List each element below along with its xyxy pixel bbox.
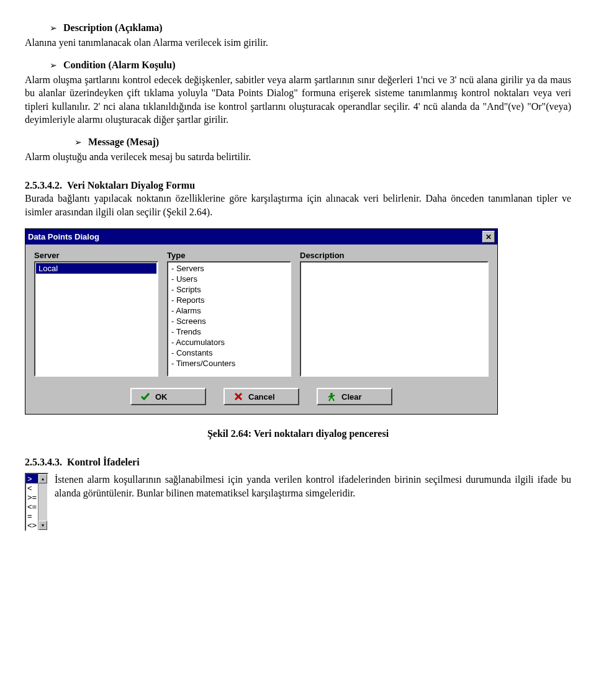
list-item[interactable]: - Users	[169, 274, 289, 284]
scrollbar[interactable]: ▴ ▾	[38, 474, 47, 530]
server-column: Server Local	[34, 251, 158, 377]
close-button[interactable]: ✕	[482, 231, 495, 243]
section-number: 2.5.3.4.2.	[25, 180, 62, 191]
condition-heading-row: ➢ Condition (Alarm Koşulu)	[50, 60, 571, 71]
description-listbox[interactable]	[300, 261, 489, 377]
list-item[interactable]: - Scripts	[169, 284, 289, 295]
list-item[interactable]: - Accumulators	[169, 337, 289, 348]
data-points-dialog: Data Points Dialog ✕ Server Local Type -…	[25, 228, 498, 415]
list-item[interactable]: - Trends	[169, 326, 289, 337]
message-heading-row: ➢ Message (Mesaj)	[74, 137, 571, 148]
svg-rect-3	[330, 395, 333, 398]
bullet-icon: ➢	[50, 23, 57, 34]
condition-title: Condition (Alarm Koşulu)	[63, 60, 175, 71]
ok-button[interactable]: OK	[130, 388, 206, 405]
section-2-5-3-4-3-heading: 2.5.3.4.3. Kontrol İfadeleri	[25, 455, 571, 469]
server-listbox[interactable]: Local	[34, 261, 158, 377]
operator-item[interactable]: =	[26, 511, 38, 521]
operator-item[interactable]: <>	[26, 521, 38, 530]
description-body: Alanına yeni tanımlanacak olan Alarma ve…	[25, 36, 571, 50]
list-item[interactable]: - Screens	[169, 316, 289, 326]
type-listbox[interactable]: - Servers- Users- Scripts- Reports- Alar…	[167, 261, 291, 377]
figure-caption: Şekil 2.64: Veri noktaları diyalog pence…	[25, 428, 571, 439]
message-body: Alarm oluştuğu anda verilecek mesaj bu s…	[25, 150, 571, 164]
dialog-title: Data Points Dialog	[28, 232, 99, 241]
clear-button[interactable]: Clear	[317, 388, 392, 405]
section-2-5-3-4-2: 2.5.3.4.2. Veri Noktaları Diyalog Formu …	[25, 179, 571, 219]
svg-line-6	[328, 396, 330, 397]
description-label: Description	[300, 251, 489, 260]
operator-item[interactable]: <=	[26, 502, 38, 511]
cancel-button[interactable]: Cancel	[224, 388, 299, 405]
scroll-up-icon[interactable]: ▴	[38, 474, 47, 483]
type-label: Type	[167, 251, 291, 260]
svg-point-2	[330, 393, 333, 395]
dialog-titlebar[interactable]: Data Points Dialog ✕	[25, 229, 497, 245]
server-label: Server	[34, 251, 158, 260]
section-title: Veri Noktaları Diyalog Formu	[67, 180, 195, 191]
operator-item[interactable]: >=	[26, 493, 38, 502]
description-title: Description (Açıklama)	[63, 22, 163, 34]
svg-line-5	[333, 398, 334, 401]
bullet-icon: ➢	[74, 137, 82, 148]
list-item[interactable]: Local	[36, 263, 156, 274]
operator-listbox[interactable]: ><>=<==<> ▴ ▾	[25, 473, 48, 531]
description-column: Description	[300, 251, 489, 377]
check-icon	[140, 392, 150, 402]
run-icon	[327, 392, 336, 402]
section-title: Kontrol İfadeleri	[67, 457, 140, 467]
list-item[interactable]: - Reports	[169, 295, 289, 305]
list-item[interactable]: - Constants	[169, 348, 289, 358]
list-item[interactable]: - Servers	[169, 263, 289, 274]
description-heading-row: ➢ Description (Açıklama)	[50, 22, 571, 34]
scroll-down-icon[interactable]: ▾	[38, 521, 47, 530]
operator-item[interactable]: <	[26, 483, 38, 493]
svg-line-7	[333, 395, 335, 396]
dialog-body: Server Local Type - Servers- Users- Scri…	[25, 245, 497, 414]
close-icon: ✕	[485, 233, 492, 241]
message-title: Message (Mesaj)	[88, 137, 159, 148]
cross-icon	[233, 392, 243, 402]
type-column: Type - Servers- Users- Scripts- Reports-…	[167, 251, 291, 377]
condition-body: Alarm oluşma şartlarını kontrol edecek d…	[25, 73, 571, 127]
section-number: 2.5.3.4.3.	[25, 457, 62, 467]
bullet-icon: ➢	[50, 60, 57, 71]
control-expressions-body: İstenen alarm koşullarının sağlanabilmes…	[55, 473, 571, 500]
section-body: Burada bağlantı yapılacak noktanın özell…	[25, 193, 571, 217]
control-expressions-section: ><>=<==<> ▴ ▾ İstenen alarm koşullarının…	[25, 473, 571, 531]
clear-label: Clear	[341, 392, 362, 402]
dialog-button-row: OK Cancel	[34, 388, 489, 405]
cancel-label: Cancel	[248, 392, 275, 402]
operator-item[interactable]: >	[26, 474, 38, 483]
ok-label: OK	[155, 392, 168, 402]
list-item[interactable]: - Timers/Counters	[169, 358, 289, 369]
svg-line-4	[329, 398, 330, 401]
list-item[interactable]: - Alarms	[169, 305, 289, 316]
